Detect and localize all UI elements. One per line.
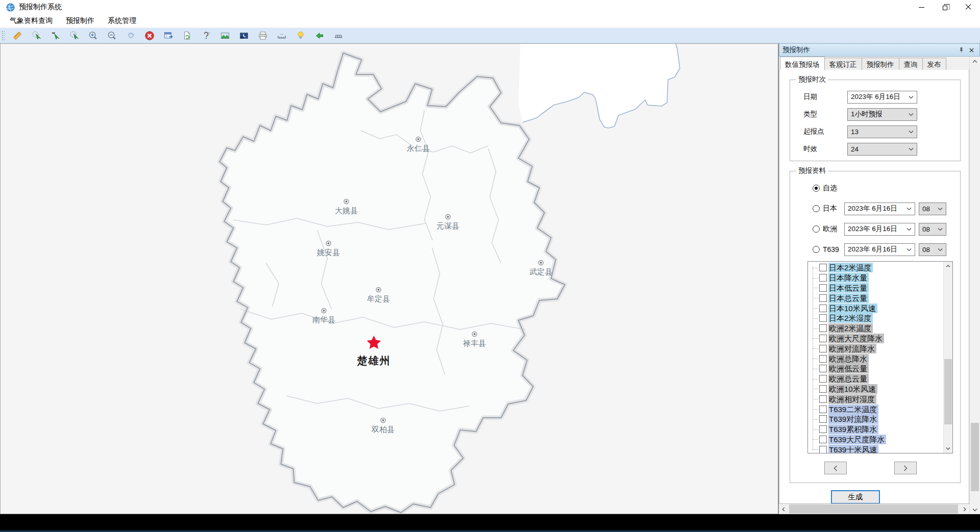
list-item[interactable]: 日本降水量	[808, 273, 943, 283]
radio-t639-label[interactable]: T639	[823, 245, 840, 254]
checkbox[interactable]	[819, 314, 827, 322]
pointer-arrow-icon[interactable]	[47, 30, 63, 42]
list-item[interactable]: 日本2米温度	[808, 263, 943, 273]
radio-europe[interactable]	[813, 225, 820, 233]
checkbox[interactable]	[819, 415, 827, 423]
list-scrollbar[interactable]	[943, 262, 952, 453]
list-item[interactable]: 日本2米湿度	[808, 313, 943, 323]
list-item[interactable]: T639大尺度降水	[808, 435, 943, 445]
lightbulb-icon[interactable]	[293, 30, 308, 42]
list-item-label[interactable]: 欧洲2米温度	[828, 323, 873, 333]
japan-date-select[interactable]: 2023年 6月16日	[844, 202, 915, 215]
list-item-label[interactable]: 欧洲总降水	[828, 354, 869, 364]
scroll-down-icon[interactable]	[944, 444, 952, 453]
panel-close-icon[interactable]	[966, 45, 976, 55]
checkbox[interactable]	[819, 385, 827, 393]
list-item[interactable]: 日本低云量	[808, 283, 943, 293]
list-item[interactable]: 欧洲大尺度降水	[808, 334, 943, 344]
zoom-out-icon[interactable]	[104, 30, 119, 42]
radio-custom[interactable]	[813, 185, 820, 192]
list-item-label[interactable]: 日本总云量	[828, 293, 869, 303]
list-item[interactable]: 欧洲10米风速	[808, 384, 943, 394]
list-item[interactable]: 欧洲相对湿度	[808, 394, 943, 404]
list-scrollbar-thumb[interactable]	[944, 359, 952, 424]
list-item[interactable]: 欧洲2米温度	[808, 323, 943, 334]
radio-japan[interactable]	[813, 205, 820, 212]
checkbox[interactable]	[819, 294, 827, 302]
select-region-icon[interactable]	[29, 30, 44, 42]
type-select[interactable]: 1小时预报	[847, 108, 917, 121]
list-item[interactable]: 欧洲总降水	[808, 353, 943, 364]
minimize-button[interactable]	[910, 0, 933, 14]
checkbox[interactable]	[819, 406, 827, 413]
list-item-label[interactable]: T639二米温度	[828, 404, 878, 414]
query-help-icon[interactable]	[199, 30, 214, 42]
menu-item-forecast-production[interactable]: 预报制作	[59, 14, 101, 28]
measure-ruler-icon[interactable]	[10, 30, 25, 42]
lasso-select-icon[interactable]	[66, 30, 82, 42]
pan-hand-icon[interactable]	[123, 30, 138, 42]
generate-button[interactable]: 生成	[831, 490, 880, 504]
scroll-up-icon[interactable]	[944, 262, 952, 271]
europe-date-select[interactable]: 2023年 6月16日	[844, 223, 915, 236]
checkbox[interactable]	[819, 375, 827, 383]
checkbox[interactable]	[819, 274, 827, 282]
list-item-label[interactable]: 欧洲低云量	[828, 364, 869, 373]
checkbox[interactable]	[819, 335, 827, 342]
radio-europe-label[interactable]: 欧洲	[823, 224, 840, 234]
tab-numerical-forecast-field[interactable]: 数值预报场	[780, 57, 825, 70]
validity-select[interactable]: 24	[847, 143, 917, 156]
list-item-label[interactable]: 日本2米湿度	[828, 313, 873, 323]
panel-horizontal-scrollbar[interactable]	[779, 504, 969, 514]
back-arrow-icon[interactable]	[312, 30, 327, 42]
scroll-left-icon[interactable]	[779, 504, 788, 514]
tab-forecast-production[interactable]: 预报制作	[862, 58, 899, 70]
printer-icon[interactable]	[255, 30, 271, 42]
list-item-label[interactable]: T639大尺度降水	[828, 435, 886, 444]
list-item[interactable]: 欧洲对流降水	[808, 343, 943, 353]
stop-icon[interactable]	[142, 30, 157, 42]
page-setup-icon[interactable]	[274, 30, 289, 42]
list-item-label[interactable]: 日本低云量	[828, 283, 869, 293]
checkbox[interactable]	[819, 355, 827, 363]
close-button[interactable]	[957, 0, 980, 14]
init-time-select[interactable]: 13	[847, 125, 917, 138]
japan-hour-select[interactable]: 08	[919, 202, 946, 215]
list-item[interactable]: T639对流降水	[808, 414, 943, 424]
menu-item-system-management[interactable]: 系统管理	[101, 14, 143, 28]
tab-objective-correction[interactable]: 客观订正	[824, 58, 862, 70]
tab-query[interactable]: 查询	[899, 58, 923, 70]
list-item-label[interactable]: T639对流降水	[828, 414, 878, 424]
list-item[interactable]: 日本总云量	[808, 293, 943, 303]
panel-vertical-scrollbar[interactable]	[969, 57, 980, 514]
h-scroll-thumb[interactable]	[789, 504, 958, 514]
list-item-label[interactable]: 日本2米温度	[828, 263, 873, 272]
list-item-label[interactable]: 日本降水量	[828, 273, 869, 283]
window-view-icon[interactable]	[161, 30, 176, 42]
list-item-label[interactable]: 欧洲对流降水	[828, 344, 876, 353]
checkbox[interactable]	[819, 324, 827, 332]
date-select[interactable]: 2023年 6月16日	[847, 91, 917, 104]
radio-japan-label[interactable]: 日本	[823, 204, 840, 213]
image-view-icon[interactable]	[217, 30, 233, 42]
pin-icon[interactable]	[956, 45, 966, 55]
restore-button[interactable]	[933, 0, 957, 14]
list-item-label[interactable]: 欧洲总云量	[828, 374, 869, 384]
radio-t639[interactable]	[813, 246, 820, 253]
v-scroll-thumb[interactable]	[971, 423, 979, 492]
image-night-view-icon[interactable]	[236, 30, 252, 42]
scroll-up-icon[interactable]	[970, 57, 980, 66]
checkbox[interactable]	[819, 425, 827, 433]
radio-custom-label[interactable]: 自选	[823, 184, 840, 193]
h-scroll-track[interactable]	[788, 504, 960, 514]
document-refresh-icon[interactable]	[180, 30, 195, 42]
zoom-in-icon[interactable]	[85, 30, 101, 42]
list-item[interactable]: T639累积降水	[808, 424, 943, 435]
list-item-label[interactable]: 欧洲大尺度降水	[828, 334, 884, 343]
checkbox[interactable]	[819, 436, 827, 443]
list-item-label[interactable]: 欧洲相对湿度	[828, 394, 876, 404]
menu-item-weather-data-query[interactable]: 气象资料查询	[3, 14, 59, 28]
list-item-label[interactable]: T639累积降水	[828, 424, 878, 434]
tab-publish[interactable]: 发布	[922, 58, 946, 70]
section-axis-icon[interactable]	[331, 30, 346, 42]
